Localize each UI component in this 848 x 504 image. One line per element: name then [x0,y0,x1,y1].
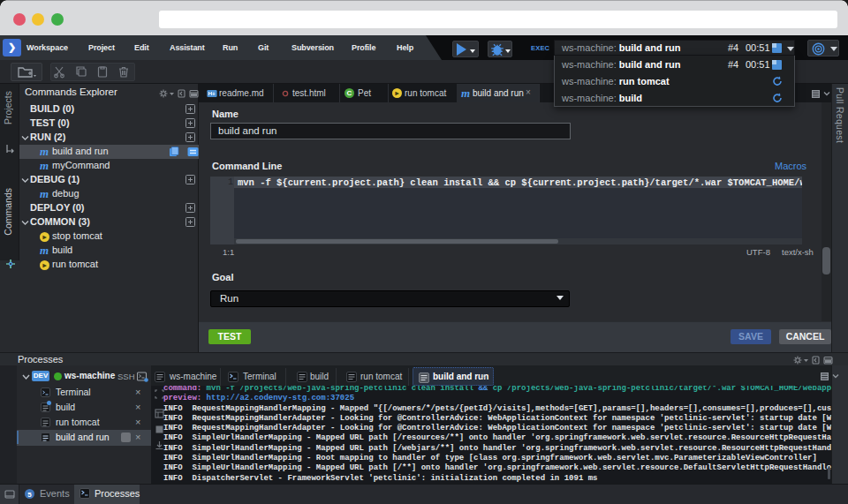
svg-text:5: 5 [27,491,32,499]
